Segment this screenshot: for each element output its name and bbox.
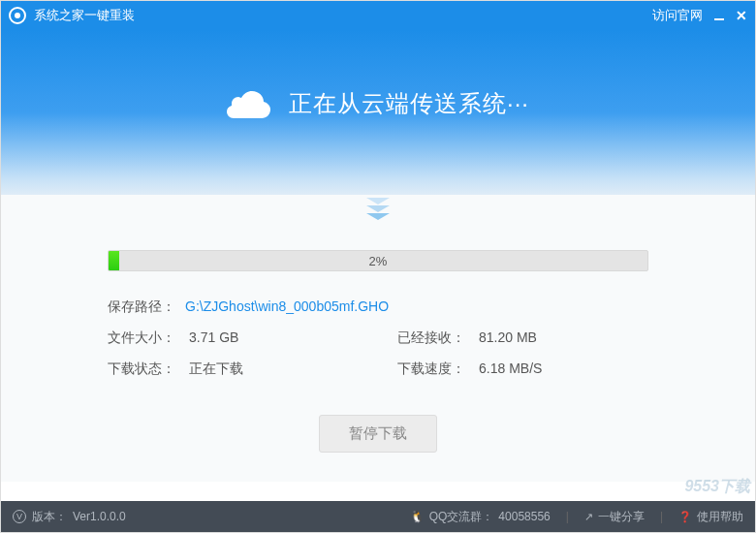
save-path-row: 保存路径： G:\ZJGhost\win8_000b05mf.GHO	[108, 298, 648, 316]
progress-percent-text: 2%	[109, 251, 647, 270]
app-title: 系统之家一键重装	[34, 7, 652, 24]
progress-bar: 2%	[108, 250, 648, 271]
version-label: 版本：	[32, 509, 67, 525]
info-grid: 文件大小： 3.71 GB 已经接收： 81.20 MB 下载状态： 正在下载 …	[108, 329, 648, 378]
footer: V 版本： Ver1.0.0.0 🐧 QQ交流群： 40058556 | ↗ 一…	[1, 501, 755, 532]
speed-label: 下载速度：	[397, 361, 475, 378]
progress-container: 2%	[108, 250, 648, 271]
share-label: 一键分享	[598, 509, 645, 525]
help-label: 使用帮助	[697, 509, 743, 525]
received-value: 81.20 MB	[479, 329, 537, 347]
file-size-value: 3.71 GB	[189, 329, 238, 347]
help-icon: ❓	[678, 511, 692, 523]
help-link[interactable]: ❓ 使用帮助	[678, 509, 743, 525]
watermark: 9553下载	[684, 477, 750, 497]
version-value: Ver1.0.0.0	[73, 510, 126, 523]
status-row: 下载状态： 正在下载	[108, 361, 359, 378]
share-icon: ↗	[584, 511, 593, 523]
received-label: 已经接收：	[397, 329, 475, 347]
status-value: 正在下载	[189, 361, 243, 378]
official-site-link[interactable]: 访问官网	[652, 7, 703, 24]
cloud-icon	[227, 88, 273, 119]
hero-banner: 正在从云端传送系统···	[1, 30, 755, 195]
file-size-label: 文件大小：	[108, 329, 185, 347]
speed-value: 6.18 MB/S	[479, 361, 542, 378]
hero-title: 正在从云端传送系统···	[289, 88, 529, 119]
main-content: 2% 保存路径： G:\ZJGhost\win8_000b05mf.GHO 文件…	[1, 250, 755, 482]
save-path-label: 保存路径：	[108, 298, 185, 316]
received-row: 已经接收： 81.20 MB	[397, 329, 648, 347]
qq-value: 40058556	[498, 510, 550, 523]
file-size-row: 文件大小： 3.71 GB	[108, 329, 359, 347]
qq-group-link[interactable]: 🐧 QQ交流群： 40058556	[410, 509, 551, 525]
version-icon: V	[13, 510, 26, 523]
separator: |	[566, 510, 569, 523]
qq-icon: 🐧	[410, 510, 425, 523]
titlebar: 系统之家一键重装 访问官网 ✕	[1, 1, 755, 30]
app-logo-icon	[9, 7, 26, 24]
separator: |	[660, 510, 663, 523]
qq-label: QQ交流群：	[429, 509, 494, 525]
pause-download-button[interactable]: 暂停下载	[319, 415, 437, 453]
close-button[interactable]: ✕	[736, 8, 747, 23]
chevrons-decoration	[1, 195, 755, 250]
minimize-button[interactable]	[714, 9, 724, 23]
save-path-value[interactable]: G:\ZJGhost\win8_000b05mf.GHO	[185, 298, 389, 316]
button-row: 暂停下载	[108, 378, 648, 453]
share-link[interactable]: ↗ 一键分享	[584, 509, 645, 525]
status-label: 下载状态：	[108, 361, 185, 378]
speed-row: 下载速度： 6.18 MB/S	[397, 361, 648, 378]
